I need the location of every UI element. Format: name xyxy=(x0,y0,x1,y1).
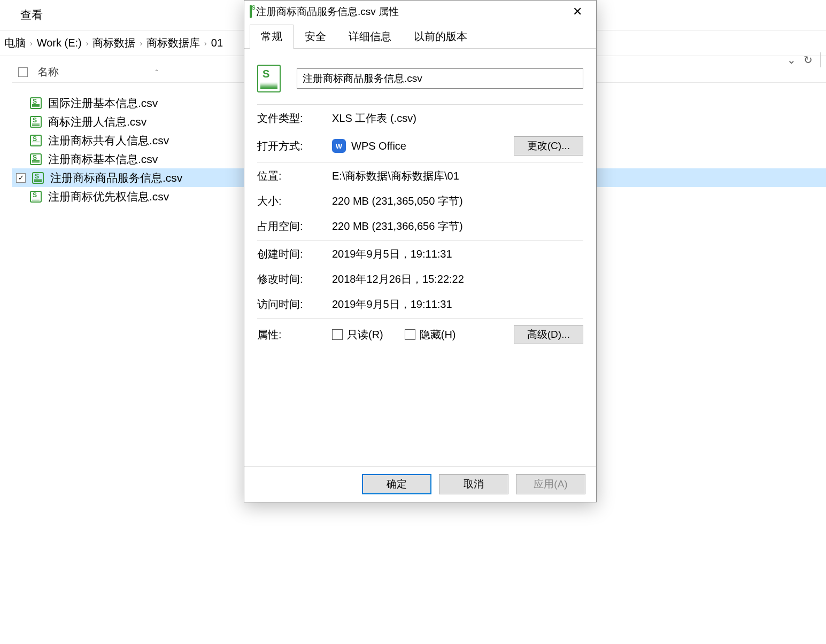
toolbar-right xyxy=(787,52,821,67)
filename-input[interactable] xyxy=(297,68,583,89)
advanced-button[interactable]: 高级(D)... xyxy=(514,325,583,344)
change-button[interactable]: 更改(C)... xyxy=(514,136,583,156)
breadcrumb-item[interactable]: 商标数据库 xyxy=(146,36,200,50)
file-icon xyxy=(30,153,42,165)
tab-previous-versions[interactable]: 以前的版本 xyxy=(403,25,478,49)
hidden-checkbox[interactable]: 隐藏(H) xyxy=(405,328,456,342)
label-open-with: 打开方式: xyxy=(257,139,332,153)
properties-dialog: 注册商标商品服务信息.csv 属性 ✕ 常规 安全 详细信息 以前的版本 文件类… xyxy=(244,0,597,502)
breadcrumb-item[interactable]: Work (E:) xyxy=(37,37,82,49)
ok-button[interactable]: 确定 xyxy=(362,474,431,494)
label-attributes: 属性: xyxy=(257,328,332,342)
value-open-with: W WPS Office 更改(C)... xyxy=(332,136,583,156)
breadcrumb-item[interactable]: 01 xyxy=(211,37,223,49)
open-with-app: WPS Office xyxy=(351,140,406,152)
breadcrumb-item[interactable]: 电脑 xyxy=(4,36,26,50)
label-file-type: 文件类型: xyxy=(257,111,332,126)
label-size: 大小: xyxy=(257,194,332,208)
value-accessed: 2019年9月5日，19:11:31 xyxy=(332,297,583,312)
section-timestamps: 创建时间: 2019年9月5日，19:11:31 修改时间: 2018年12月2… xyxy=(257,240,583,318)
sort-indicator-icon: ⌃ xyxy=(154,68,159,76)
file-icon xyxy=(257,65,281,92)
dialog-title: 注册商标商品服务信息.csv 属性 xyxy=(256,5,564,19)
value-modified: 2018年12月26日，15:22:22 xyxy=(332,272,583,286)
file-name: 商标注册人信息.csv xyxy=(48,114,146,129)
row-checkbox[interactable] xyxy=(16,173,26,183)
file-icon xyxy=(30,116,42,128)
select-all-checkbox[interactable] xyxy=(18,67,28,77)
section-type: 文件类型: XLS 工作表 (.csv) 打开方式: W WPS Office … xyxy=(257,105,583,162)
dialog-footer: 确定 取消 应用(A) xyxy=(244,466,596,502)
divider xyxy=(820,52,821,67)
cancel-button[interactable]: 取消 xyxy=(439,474,508,494)
label-size-on-disk: 占用空间: xyxy=(257,219,332,234)
file-name: 国际注册基本信息.csv xyxy=(48,96,158,111)
section-attributes: 属性: 只读(R) 隐藏(H) 高级(D)... xyxy=(257,318,583,351)
value-size: 220 MB (231,365,050 字节) xyxy=(332,194,583,208)
chevron-down-icon[interactable] xyxy=(787,53,796,66)
value-file-type: XLS 工作表 (.csv) xyxy=(332,111,583,126)
file-icon xyxy=(30,191,42,203)
tabbar: 常规 安全 详细信息 以前的版本 xyxy=(244,24,596,49)
file-name: 注册商标共有人信息.csv xyxy=(48,133,169,148)
value-created: 2019年9月5日，19:11:31 xyxy=(332,247,583,261)
label-modified: 修改时间: xyxy=(257,272,332,286)
file-name: 注册商标优先权信息.csv xyxy=(48,189,169,204)
apply-button[interactable]: 应用(A) xyxy=(516,474,585,494)
file-name: 注册商标商品服务信息.csv xyxy=(50,170,182,185)
dialog-titlebar[interactable]: 注册商标商品服务信息.csv 属性 ✕ xyxy=(244,1,596,23)
checkbox-icon xyxy=(332,329,343,340)
file-icon xyxy=(30,97,42,109)
file-icon xyxy=(30,135,42,146)
readonly-checkbox[interactable]: 只读(R) xyxy=(332,328,383,342)
file-name: 注册商标基本信息.csv xyxy=(48,152,158,167)
breadcrumb-item[interactable]: 商标数据 xyxy=(92,36,135,50)
column-name-label[interactable]: 名称 xyxy=(37,65,59,79)
file-icon xyxy=(32,172,44,184)
file-icon xyxy=(250,6,252,18)
checkbox-icon xyxy=(405,329,415,340)
value-location: E:\商标数据\商标数据库\01 xyxy=(332,169,583,183)
wps-icon: W xyxy=(332,139,346,153)
label-accessed: 访问时间: xyxy=(257,297,332,312)
label-location: 位置: xyxy=(257,169,332,183)
filename-row xyxy=(257,61,583,105)
dialog-body: 文件类型: XLS 工作表 (.csv) 打开方式: W WPS Office … xyxy=(244,49,596,466)
label-created: 创建时间: xyxy=(257,247,332,261)
value-size-on-disk: 220 MB (231,366,656 字节) xyxy=(332,219,583,234)
section-location: 位置: E:\商标数据\商标数据库\01 大小: 220 MB (231,365… xyxy=(257,162,583,240)
tab-general[interactable]: 常规 xyxy=(250,25,294,49)
value-attributes: 只读(R) 隐藏(H) 高级(D)... xyxy=(332,325,583,344)
refresh-icon[interactable] xyxy=(804,53,813,66)
close-button[interactable]: ✕ xyxy=(564,5,591,19)
tab-details[interactable]: 详细信息 xyxy=(337,25,403,49)
tab-security[interactable]: 安全 xyxy=(294,25,337,49)
